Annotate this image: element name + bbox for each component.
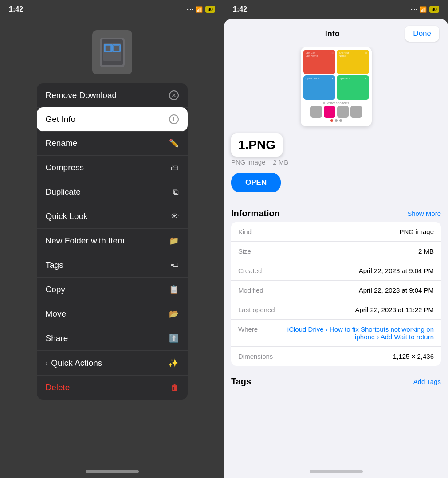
context-menu: Remove Download ✕ Get Info ℹ Rename ✏️ C… [37, 83, 188, 400]
info-row-dimensions: Dimensions 1,125 × 2,436 [231, 347, 441, 366]
menu-item-new-folder[interactable]: New Folder with Item 📁 [37, 229, 188, 253]
menu-item-tags[interactable]: Tags 🏷 [37, 253, 188, 278]
tags-section-title: Tags [231, 376, 251, 387]
home-indicator-right [310, 470, 363, 473]
info-row-modified: Modified April 22, 2023 at 9:04 PM [231, 281, 441, 300]
signal-icon-right: ···· [410, 6, 417, 13]
copy-icon: 📋 [169, 285, 179, 294]
dimensions-value: 1,125 × 2,436 [274, 353, 434, 360]
info-table: Kind PNG image Size 2 MB Created April 2… [231, 222, 441, 366]
kind-value: PNG image [274, 228, 434, 235]
menu-item-compress[interactable]: Compress 🗃 [37, 156, 188, 180]
quick-actions-label: Quick Actions [51, 358, 102, 368]
duplicate-icon: ⧉ [173, 188, 179, 197]
file-preview: Edit EditEdit Name × ShortcutName × Opti… [231, 47, 441, 126]
size-label: Size [238, 247, 274, 255]
file-info-area: 1.PNG PNG image – 2 MB OPEN [231, 133, 441, 203]
delete-label: Delete [46, 383, 70, 392]
menu-item-move[interactable]: Move 📂 [37, 302, 188, 326]
menu-item-copy[interactable]: Copy 📋 [37, 278, 188, 302]
done-button[interactable]: Done [405, 26, 439, 42]
info-row-kind: Kind PNG image [231, 222, 441, 242]
status-icons-right: ···· 📶 30 [410, 6, 439, 13]
preview-cell-green: Open Fol. × [337, 75, 369, 100]
file-icon [92, 30, 132, 74]
tags-icon: 🏷 [171, 261, 179, 270]
delete-icon: 🗑 [171, 383, 179, 392]
menu-item-get-info[interactable]: Get Info ℹ [37, 107, 188, 132]
preview-bottom-row [303, 106, 369, 118]
time-left: 1:42 [9, 5, 23, 13]
created-label: Created [238, 267, 274, 274]
quick-actions-left: › Quick Actions [46, 358, 102, 368]
wifi-icon-left: 📶 [196, 6, 203, 13]
duplicate-label: Duplicate [46, 187, 81, 197]
preview-cell-yellow: ShortcutName × [337, 50, 369, 74]
quick-actions-icon: ✨ [168, 358, 179, 368]
move-label: Move [46, 309, 66, 319]
menu-item-remove-download[interactable]: Remove Download ✕ [37, 83, 188, 108]
last-opened-value: April 22, 2023 at 11:22 PM [275, 306, 434, 313]
chevron-icon: › [46, 360, 48, 367]
remove-download-label: Remove Download [46, 90, 117, 100]
get-info-label: Get Info [46, 114, 76, 124]
rename-icon: ✏️ [169, 138, 179, 148]
menu-item-delete[interactable]: Delete 🗑 [37, 376, 188, 400]
tags-label-left: Tags [46, 260, 63, 270]
menu-item-rename[interactable]: Rename ✏️ [37, 131, 188, 156]
left-panel: 1:42 ···· 📶 30 Remove Download [0, 0, 224, 478]
info-sheet: Info Done Edit EditEdit Name × ShortcutN… [224, 19, 448, 478]
quick-look-label: Quick Look [46, 212, 88, 221]
compress-label: Compress [46, 163, 84, 172]
preview-cell-blue: Option Tabs × [303, 75, 336, 100]
signal-icon-left: ···· [186, 6, 193, 13]
right-panel: 1:42 ···· 📶 30 Info Done Edit EditEdit N… [224, 0, 448, 478]
quick-look-icon: 👁 [171, 212, 179, 221]
modified-label: Modified [238, 286, 274, 294]
share-icon: ⬆️ [169, 333, 179, 343]
home-indicator-left [86, 470, 139, 473]
where-value[interactable]: iCloud Drive › How to fix Shortcuts not … [274, 325, 434, 341]
tags-section: Tags Add Tags [231, 376, 441, 387]
copy-label: Copy [46, 285, 65, 294]
preview-wrapper: Edit EditEdit Name × ShortcutName × Opti… [301, 47, 372, 126]
new-folder-icon: 📁 [169, 236, 179, 246]
open-button[interactable]: OPEN [231, 173, 281, 192]
menu-item-duplicate[interactable]: Duplicate ⧉ [37, 180, 188, 204]
preview-dots [303, 119, 369, 124]
move-icon: 📂 [169, 309, 179, 319]
last-opened-label: Last opened [238, 306, 275, 313]
preview-cell-red: Edit EditEdit Name × [303, 50, 336, 74]
new-folder-label: New Folder with Item [46, 236, 125, 246]
information-section-header: Information Show More [231, 208, 441, 219]
info-row-last-opened: Last opened April 22, 2023 at 11:22 PM [231, 300, 441, 320]
preview-grid: Edit EditEdit Name × ShortcutName × Opti… [303, 50, 369, 100]
size-value: 2 MB [274, 247, 434, 255]
share-label: Share [46, 333, 68, 343]
info-row-created: Created April 22, 2023 at 9:04 PM [231, 261, 441, 281]
information-title: Information [231, 208, 280, 219]
file-icon-area [92, 30, 132, 74]
modified-value: April 22, 2023 at 9:04 PM [274, 286, 434, 294]
where-label: Where [238, 325, 274, 333]
menu-item-quick-look[interactable]: Quick Look 👁 [37, 204, 188, 229]
get-info-icon: ℹ [169, 114, 179, 124]
menu-item-quick-actions[interactable]: › Quick Actions ✨ [37, 351, 188, 376]
compress-icon: 🗃 [171, 163, 179, 172]
wifi-icon-right: 📶 [420, 6, 427, 13]
show-more-button[interactable]: Show More [407, 210, 441, 217]
dimensions-label: Dimensions [238, 353, 274, 360]
file-subtitle: PNG image – 2 MB [231, 158, 441, 166]
rename-label: Rename [46, 138, 78, 148]
status-icons-left: ···· 📶 30 [186, 6, 215, 13]
created-value: April 22, 2023 at 9:04 PM [274, 267, 434, 274]
info-content: Edit EditEdit Name × ShortcutName × Opti… [224, 47, 448, 478]
file-svg-icon [99, 37, 126, 68]
info-sheet-title: Info [259, 29, 405, 39]
menu-item-share[interactable]: Share ⬆️ [37, 326, 188, 351]
info-row-where: Where iCloud Drive › How to fix Shortcut… [231, 320, 441, 347]
add-tags-button[interactable]: Add Tags [413, 378, 441, 385]
file-name-badge: 1.PNG [231, 133, 283, 157]
status-bar-left: 1:42 ···· 📶 30 [0, 0, 224, 17]
info-row-size: Size 2 MB [231, 242, 441, 261]
